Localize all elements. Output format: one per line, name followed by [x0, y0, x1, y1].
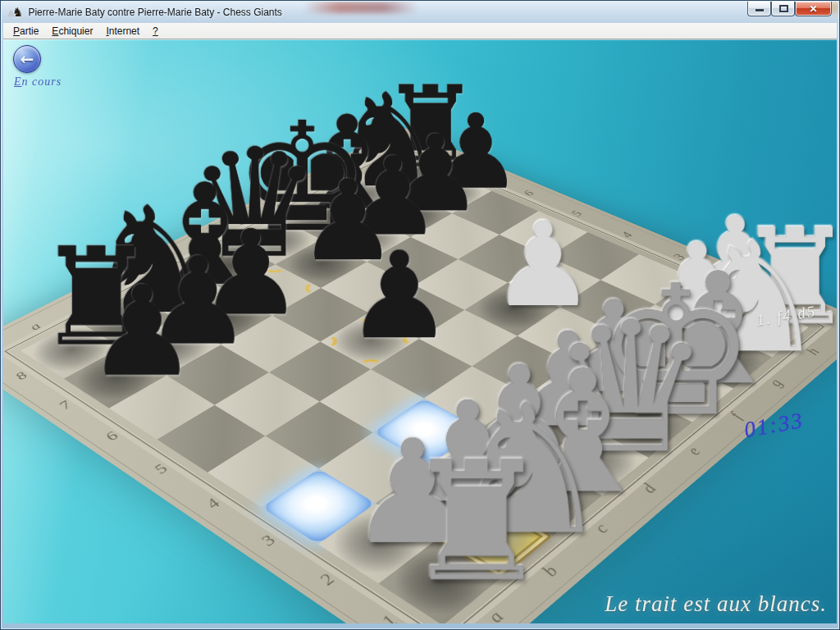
game-area: aa11bb22cc33dd44ee55ff66gg77hh88♜♞♝♛♚♝♞♜… [3, 39, 837, 623]
title-bar[interactable]: ♙♞ Pierre-Marie Baty contre Pierre-Marie… [2, 2, 838, 23]
window-title: Pierre-Marie Baty contre Pierre-Marie Ba… [28, 7, 281, 18]
minimize-button[interactable] [747, 2, 771, 16]
menu-bar: PartieEchiquierInternet? [3, 23, 837, 39]
window-controls: ✕ [747, 2, 832, 16]
rank-label-left-4: 4 [201, 495, 226, 512]
maximize-icon [779, 5, 788, 12]
rank-label-left-2: 2 [313, 570, 340, 588]
back-arrow-icon: ← [14, 49, 40, 69]
file-label-near-a: a [482, 607, 509, 623]
rank-label-left-8: 8 [11, 369, 32, 382]
black-pawn-glyph: ♟ [86, 270, 198, 395]
menu-item-internet[interactable]: Internet [99, 24, 146, 39]
rank-label-right-4: 4 [616, 230, 637, 240]
rank-label-left-3: 3 [255, 532, 281, 549]
menu-item-help[interactable]: ? [146, 24, 165, 39]
glass-reflection [304, 2, 418, 13]
rank-label-left-5: 5 [149, 461, 172, 476]
close-button[interactable]: ✕ [795, 2, 832, 16]
rank-label-left-6: 6 [100, 429, 122, 443]
close-icon: ✕ [796, 3, 831, 15]
maximize-button[interactable] [771, 2, 795, 16]
game-state-label[interactable]: En cours [14, 75, 62, 89]
chess-board: aa11bb22cc33dd44ee55ff66gg77hh88♜♞♝♛♚♝♞♜… [3, 127, 837, 623]
white-rook-glyph: ♜ [403, 441, 550, 605]
back-button[interactable]: ← [13, 45, 41, 73]
turn-status-text: Le trait est aux blancs. [605, 591, 827, 617]
black-pawn-glyph: ♟ [345, 235, 453, 355]
menu-item-echiquier[interactable]: Echiquier [45, 24, 99, 39]
rank-label-left-1: 1 [376, 611, 404, 623]
minimize-icon [756, 9, 764, 11]
app-icon: ♙♞ [7, 7, 23, 19]
board-scene: aa11bb22cc33dd44ee55ff66gg77hh88♜♞♝♛♚♝♞♜… [3, 39, 837, 623]
menu-item-partie[interactable]: Partie [7, 24, 45, 39]
chess-giants-window: ♙♞ Pierre-Marie Baty contre Pierre-Marie… [0, 0, 840, 630]
rank-label-left-7: 7 [54, 399, 75, 413]
